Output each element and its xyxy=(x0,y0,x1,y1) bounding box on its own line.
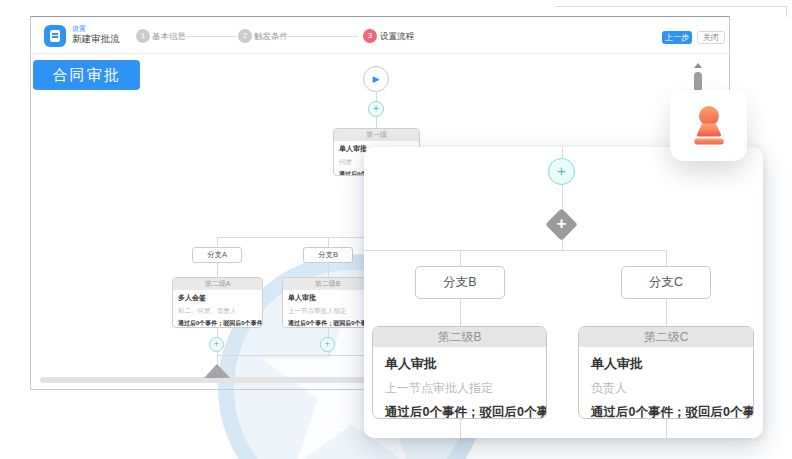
prev-step-button[interactable]: 上一步 xyxy=(662,31,692,44)
node-type: 单人审批 xyxy=(591,355,741,373)
node-assignee: 负责人 xyxy=(591,380,741,397)
connector-line xyxy=(217,355,218,364)
connector-line xyxy=(217,263,218,277)
node-events: 通过后0个事件；驳回后0个事件 xyxy=(288,319,367,328)
step-1-label[interactable]: 基本信息 xyxy=(152,31,186,43)
node-title: 第二级C xyxy=(579,327,753,347)
node-assignee: 上一节点审批人指定 xyxy=(288,307,367,316)
approval-node-card-level2c[interactable]: 第二级C 单人审批 负责人 通过后0个事件；驳回后0个事件 xyxy=(578,326,754,419)
add-node-button[interactable]: + xyxy=(320,337,335,352)
add-condition-icon: + xyxy=(550,213,573,236)
connector-line xyxy=(217,237,218,247)
stamp-feature-card[interactable] xyxy=(670,90,747,161)
scroll-up-arrow-icon[interactable] xyxy=(694,63,702,68)
approval-node-card-level2a[interactable]: 第二级A 多人会签 和二、何发、负责人 通过后0个事件；驳回后0个事件 xyxy=(172,277,263,328)
step-2-circle[interactable]: 2 xyxy=(238,29,252,43)
approval-node-card-level2b[interactable]: 第二级B 单人审批 上一节点审批人指定 通过后0个事件；驳回后0个事件 xyxy=(282,277,373,328)
branch-merge-line xyxy=(217,355,380,356)
branch-label-c[interactable]: 分支C xyxy=(621,266,711,299)
branch-split-line xyxy=(364,250,666,251)
connector-line xyxy=(328,237,329,247)
node-type: 多人会签 xyxy=(178,293,257,303)
branch-label-a[interactable]: 分支A xyxy=(192,247,242,263)
connector-line xyxy=(376,92,377,101)
flow-name-badge: 合同审批 xyxy=(33,60,140,90)
add-node-button[interactable]: + xyxy=(209,337,224,352)
node-title: 第二级B xyxy=(283,278,372,290)
node-title: 第一级 xyxy=(334,129,419,141)
page: 设置 新建审批流 1 基本信息 2 触发条件 3 设置流程 上一步 关闭 合同审… xyxy=(0,0,792,459)
page-title: 新建审批流 xyxy=(72,33,120,46)
connector-line xyxy=(460,419,461,438)
stamp-icon xyxy=(688,105,730,147)
branch-label-b[interactable]: 分支B xyxy=(303,247,353,263)
connector-line xyxy=(460,299,461,326)
connector-line xyxy=(666,299,667,326)
close-button[interactable]: 关闭 xyxy=(697,31,725,44)
connector-line xyxy=(460,250,461,266)
backdrop-sheet-edge xyxy=(555,6,786,7)
connector-line xyxy=(328,263,329,277)
branch-split-line xyxy=(217,237,380,238)
vertical-scrollbar-thumb[interactable] xyxy=(694,72,702,92)
backdrop-sheet-edge xyxy=(786,6,787,17)
step-connector xyxy=(285,36,358,37)
connector-line xyxy=(666,419,667,438)
add-node-button[interactable]: + xyxy=(548,158,575,185)
header-divider xyxy=(31,53,729,54)
node-type: 单人审批 xyxy=(385,355,534,373)
add-node-button[interactable]: + xyxy=(368,101,384,117)
node-assignee: 上一节点审批人指定 xyxy=(385,380,534,397)
zoomed-flow-panel: + + 分支B 分支C 第二级B 单人审批 上一节点审批人指定 通过后0个事件；… xyxy=(364,147,763,438)
node-title: 第二级A xyxy=(173,278,262,290)
condition-node[interactable]: + xyxy=(545,208,578,241)
end-node-triangle-icon xyxy=(204,364,230,378)
step-3-circle[interactable]: 3 xyxy=(363,29,377,43)
connector-line xyxy=(666,250,667,266)
branch-label-b[interactable]: 分支B xyxy=(415,266,505,299)
approval-node-card-level2b[interactable]: 第二级B 单人审批 上一节点审批人指定 通过后0个事件；驳回后0个事件 xyxy=(372,326,547,419)
node-events: 通过后0个事件；驳回后0个事件 xyxy=(591,404,741,419)
node-events: 通过后0个事件；驳回后0个事件 xyxy=(385,404,534,419)
connector-line xyxy=(562,185,563,210)
node-assignee: 和二、何发、负责人 xyxy=(178,307,257,316)
node-type: 单人审批 xyxy=(288,293,367,303)
step-1-circle[interactable]: 1 xyxy=(136,29,150,43)
step-2-label[interactable]: 触发条件 xyxy=(254,31,288,43)
node-events: 通过后0个事件；驳回后0个事件 xyxy=(178,319,257,328)
step-connector xyxy=(180,36,237,37)
node-title: 第二级B xyxy=(373,327,546,347)
form-icon xyxy=(50,30,60,42)
play-icon: ▶ xyxy=(373,74,380,84)
step-3-label[interactable]: 设置流程 xyxy=(380,31,414,43)
connector-line xyxy=(376,117,377,128)
start-node[interactable]: ▶ xyxy=(363,66,389,92)
app-icon xyxy=(44,25,66,47)
